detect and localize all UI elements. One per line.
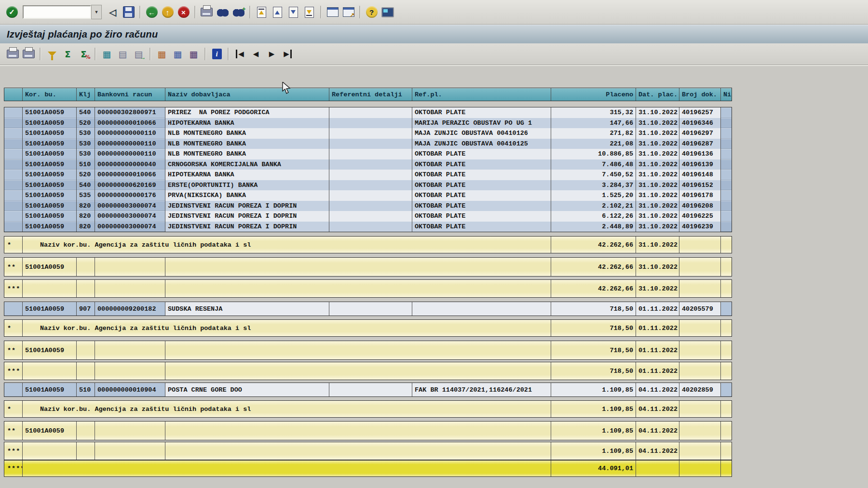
cell-placeno[interactable]: 221,08 <box>551 139 636 149</box>
nav-next-button[interactable]: ▶ <box>265 48 278 61</box>
cell-klj[interactable]: 530 <box>77 139 95 149</box>
cell-naziv[interactable]: JEDINSTVENI RACUN POREZA I DOPRIN <box>165 222 329 232</box>
cell-racun[interactable]: 000000003000074 <box>95 222 165 232</box>
cell-ref_pl[interactable]: OKTOBAR PLATE <box>412 201 551 211</box>
subtotal-button[interactable]: Σ <box>77 48 90 61</box>
table-row[interactable]: 51001A0059530000000000000110NLB MONTENEG… <box>4 128 732 139</box>
spreadsheet-button[interactable]: ▦ <box>100 48 113 61</box>
cell-broj[interactable]: 40196148 <box>679 170 721 180</box>
customize-layout-button[interactable] <box>381 6 394 19</box>
cell-placeno[interactable]: 2.448,89 <box>551 222 636 232</box>
cell-racun[interactable]: 000000000010066 <box>95 170 165 180</box>
cell-ref_pl[interactable]: OKTOBAR PLATE <box>412 107 551 118</box>
filter-button[interactable] <box>45 48 58 61</box>
cell-broj[interactable]: 40196139 <box>679 159 721 170</box>
save-button[interactable] <box>122 6 135 19</box>
cell-sel[interactable] <box>4 201 23 211</box>
cell-sel[interactable] <box>4 128 23 139</box>
cell-racun[interactable]: 000000000010904 <box>95 383 165 396</box>
cell-broj[interactable]: 40196152 <box>679 180 721 191</box>
cell-naziv[interactable]: ERSTE(OPORTUNITI) BANKA <box>165 180 329 191</box>
cell-broj[interactable]: 40196297 <box>679 128 721 139</box>
cell-kor_bu[interactable]: 51001A0059 <box>23 180 77 191</box>
cell-ni[interactable] <box>721 118 732 129</box>
cell-ref_pl[interactable]: MAJA ZUNJIC OBUSTAVA 00410125 <box>412 139 551 149</box>
cell-ref_pl[interactable]: MARIJA PERAZIC OBUSTAV PO UG 1 <box>412 118 551 129</box>
cell-racun[interactable]: 000000000010066 <box>95 118 165 129</box>
cell-dat[interactable]: 31.10.2022 <box>636 128 679 139</box>
cell-placeno[interactable]: 3.284,37 <box>551 180 636 191</box>
cell-placeno[interactable]: 2.102,21 <box>551 201 636 211</box>
cell-racun[interactable]: 000000000000110 <box>95 139 165 149</box>
cell-ni[interactable] <box>721 139 732 149</box>
cell-sel[interactable] <box>4 383 23 396</box>
cell-klj[interactable]: 530 <box>77 149 95 159</box>
cell-ref_pl[interactable]: OKTOBAR PLATE <box>412 190 551 201</box>
cell-kor_bu[interactable]: 51001A0059 <box>23 383 77 396</box>
cell-racun[interactable]: 000000302800971 <box>95 107 165 118</box>
table-row[interactable]: 51001A0059535000000000000176PRVA(NIKSICK… <box>4 190 732 201</box>
cell-sel[interactable] <box>4 190 23 201</box>
cell-naziv[interactable]: PRVA(NIKSICKA) BANKA <box>165 190 329 201</box>
cell-racun[interactable]: 000000009200182 <box>95 302 165 316</box>
cell-racun[interactable]: 000000003000074 <box>95 211 165 222</box>
cell-dat[interactable]: 01.11.2022 <box>636 302 679 316</box>
cell-sel[interactable] <box>4 149 23 159</box>
cell-ref_detalji[interactable] <box>329 383 412 396</box>
back-triangle-button[interactable]: ◁ <box>106 6 119 19</box>
table-row[interactable]: 51001A0059820000000003000074JEDINSTVENI … <box>4 211 732 222</box>
cell-broj[interactable]: 40196178 <box>679 190 721 201</box>
cell-racun[interactable]: 000000000000110 <box>95 128 165 139</box>
cell-kor_bu[interactable]: 51001A0059 <box>23 302 77 316</box>
cell-klj[interactable]: 540 <box>77 180 95 191</box>
info-button[interactable]: i <box>210 48 223 61</box>
column-header-dat[interactable]: Dat. plac. <box>636 88 679 101</box>
command-field[interactable] <box>23 5 91 19</box>
cell-kor_bu[interactable]: 51001A0059 <box>23 190 77 201</box>
column-header-sel[interactable] <box>4 88 23 101</box>
cell-sel[interactable] <box>4 139 23 149</box>
cell-kor_bu[interactable]: 51001A0059 <box>23 149 77 159</box>
cell-sel[interactable] <box>4 170 23 180</box>
cell-dat[interactable]: 04.11.2022 <box>636 383 679 396</box>
find-next-button[interactable] <box>232 6 245 19</box>
cell-ref_detalji[interactable] <box>329 190 412 201</box>
table-row[interactable]: 51001A0059540000000000620169ERSTE(OPORTU… <box>4 180 732 191</box>
cell-ni[interactable] <box>721 222 732 232</box>
cell-klj[interactable]: 510 <box>77 159 95 170</box>
exit-button[interactable]: ↑ <box>161 6 174 19</box>
change-layout-button[interactable]: ▦ <box>171 48 184 61</box>
cell-dat[interactable]: 31.10.2022 <box>636 118 679 129</box>
print-preview-button[interactable] <box>22 48 35 61</box>
table-row[interactable]: 51001A0059907000000009200182SUDSKA RESEN… <box>4 302 732 316</box>
cell-naziv[interactable]: HIPOTEKARNA BANKA <box>165 118 329 129</box>
table-row[interactable]: 51001A0059540000000302800971PRIREZ NA PO… <box>4 107 732 118</box>
cell-broj[interactable]: 40196239 <box>679 222 721 232</box>
cell-ref_detalji[interactable] <box>329 149 412 159</box>
column-header-ni[interactable]: Ni <box>721 88 732 101</box>
cell-dat[interactable]: 31.10.2022 <box>636 190 679 201</box>
cell-broj[interactable]: 40196257 <box>679 107 721 118</box>
cell-broj[interactable]: 40205579 <box>679 302 721 316</box>
nav-prev-button[interactable]: ◀ <box>249 48 262 61</box>
cell-sel[interactable] <box>4 107 23 118</box>
cancel-button[interactable]: × <box>177 6 190 19</box>
cell-racun[interactable]: 000000000620169 <box>95 180 165 191</box>
cell-sel[interactable] <box>4 159 23 170</box>
cell-placeno[interactable]: 10.886,85 <box>551 149 636 159</box>
cell-dat[interactable]: 31.10.2022 <box>636 180 679 191</box>
nav-first-button[interactable]: ◀ <box>233 48 246 61</box>
cell-ref_detalji[interactable] <box>329 107 412 118</box>
cell-placeno[interactable]: 271,82 <box>551 128 636 139</box>
cell-kor_bu[interactable]: 51001A0059 <box>23 107 77 118</box>
cell-ref_detalji[interactable] <box>329 170 412 180</box>
cell-kor_bu[interactable]: 51001A0059 <box>23 201 77 211</box>
cell-ref_detalji[interactable] <box>329 159 412 170</box>
help-button[interactable]: ? <box>365 6 378 19</box>
table-row[interactable]: 51001A0059510000000000000040CRNOGORSKA K… <box>4 159 732 170</box>
cell-placeno[interactable]: 315,32 <box>551 107 636 118</box>
cell-kor_bu[interactable]: 51001A0059 <box>23 118 77 129</box>
cell-placeno[interactable]: 147,66 <box>551 118 636 129</box>
cell-placeno[interactable]: 6.122,26 <box>551 211 636 222</box>
cell-ni[interactable] <box>721 302 732 316</box>
